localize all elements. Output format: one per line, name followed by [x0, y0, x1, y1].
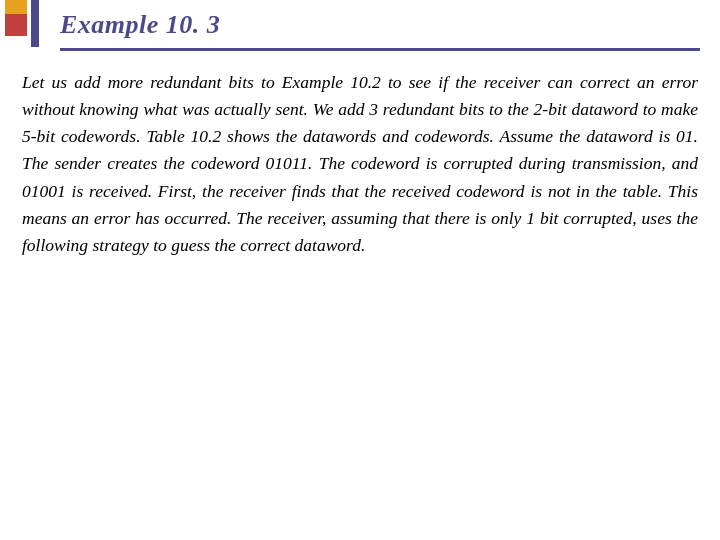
- header-accent: [5, 0, 50, 47]
- main-content: Let us add more redundant bits to Exampl…: [22, 69, 698, 259]
- page-title: Example 10. 3: [60, 10, 220, 40]
- accent-top-left: [5, 0, 27, 14]
- header: Example 10. 3: [60, 0, 700, 51]
- page-container: Example 10. 3 Let us add more redundant …: [0, 0, 720, 540]
- accent-left-bar: [31, 0, 39, 47]
- body-paragraph: Let us add more redundant bits to Exampl…: [22, 69, 698, 259]
- accent-bottom-left: [5, 14, 27, 36]
